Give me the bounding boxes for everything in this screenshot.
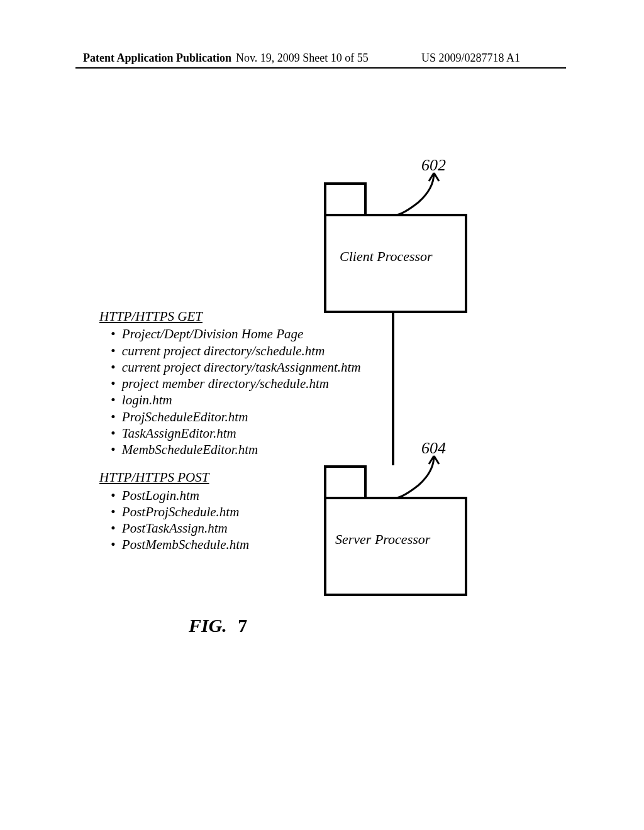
http-get-item: login.htm <box>111 392 452 408</box>
http-get-list: Project/Dept/Division Home Page current … <box>111 326 452 458</box>
client-processor-label: Client Processor <box>340 248 433 265</box>
http-get-title: HTTP/HTTPS GET <box>99 308 452 324</box>
http-get-item: Project/Dept/Division Home Page <box>111 326 452 342</box>
header-center-text: Nov. 19, 2009 Sheet 10 of 55 <box>236 52 369 65</box>
http-post-title: HTTP/HTTPS POST <box>99 469 452 485</box>
leader-602 <box>396 170 453 220</box>
http-post-item: PostProjSchedule.htm <box>111 504 452 520</box>
figure-caption: FIG. 7 <box>189 615 247 636</box>
caption-num: 7 <box>238 615 247 636</box>
http-post-list: PostLogin.htm PostProjSchedule.htm PostT… <box>111 487 452 553</box>
http-post-item: PostLogin.htm <box>111 487 452 504</box>
http-get-item: current project directory/taskAssignment… <box>111 359 452 375</box>
figure-7: Client Processor Server Processor 602 60… <box>75 151 566 641</box>
http-get-item: TaskAssignEditor.htm <box>111 425 452 441</box>
page-root: Patent Application Publication Nov. 19, … <box>0 0 644 830</box>
http-post-item: PostTaskAssign.htm <box>111 520 452 536</box>
http-post-item: PostMembSchedule.htm <box>111 536 452 553</box>
http-get-item: MembScheduleEditor.htm <box>111 441 452 458</box>
http-get-block: HTTP/HTTPS GET Project/Dept/Division Hom… <box>99 308 452 565</box>
http-get-item: current project directory/schedule.htm <box>111 343 452 359</box>
http-get-item: ProjScheduleEditor.htm <box>111 409 452 425</box>
header-right-text: US 2009/0287718 A1 <box>421 52 520 65</box>
page-header: Patent Application Publication Nov. 19, … <box>0 52 644 67</box>
header-rule <box>75 67 566 69</box>
header-left-text: Patent Application Publication <box>83 52 231 65</box>
caption-fig: FIG. <box>189 615 227 636</box>
http-get-item: project member directory/schedule.htm <box>111 375 452 392</box>
